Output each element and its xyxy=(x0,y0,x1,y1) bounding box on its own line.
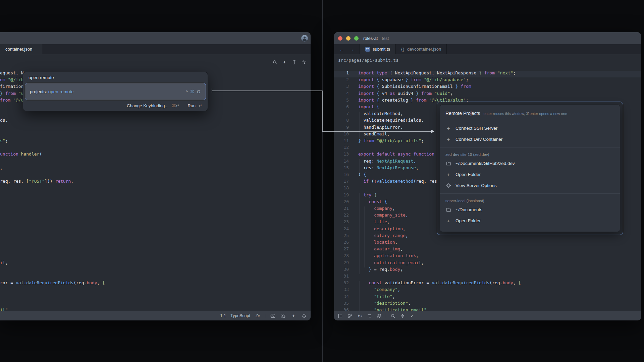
code-fragment[interactable]: ror = validateRequiredFields(req.body, [ xyxy=(0,280,105,286)
right-editor[interactable]: 1import type { NextApiRequest, NextApiRe… xyxy=(334,66,641,311)
window-subtitle[interactable]: test xyxy=(382,36,389,41)
inline-assist-icon[interactable]: ✦ xyxy=(281,59,288,65)
line-number: 34 xyxy=(334,293,349,300)
line-number: 6 xyxy=(334,104,349,110)
code-fragment[interactable]: req, res, ["POST"])) return; xyxy=(0,178,73,185)
editor-controls-icon[interactable] xyxy=(301,59,307,65)
change-keybinding-button[interactable]: Change Keybinding... xyxy=(127,103,168,108)
code-line[interactable]: 33 "company", xyxy=(334,286,641,293)
code-line[interactable]: 30 } = req.body; xyxy=(334,266,641,273)
outline-icon[interactable] xyxy=(366,313,372,319)
assistant2-icon[interactable]: ✦2 xyxy=(357,313,363,319)
zed-predict-icon[interactable]: Z» xyxy=(255,313,261,319)
line-number: 4 xyxy=(334,90,349,97)
right-status-icons: ✦2✓ xyxy=(334,313,415,319)
code-line[interactable]: 26 location, xyxy=(334,239,641,246)
panel-item-view-server-options[interactable]: View Server Options xyxy=(440,180,620,191)
zap-icon[interactable] xyxy=(399,313,406,319)
braces-icon: {} xyxy=(401,47,405,52)
palette-result-selected[interactable]: projects: open remote ^ ⌘ O xyxy=(25,83,206,100)
breadcrumb[interactable]: src/pages/api/submit.ts xyxy=(338,58,398,63)
code-line[interactable]: 27 avatar_img, xyxy=(334,246,641,252)
panel-item--documents[interactable]: ~/Documents xyxy=(440,204,620,215)
tab-label: submit.ts xyxy=(373,47,390,52)
debug-icon[interactable] xyxy=(280,313,286,319)
tab-devcontainer-json-left[interactable]: container.json xyxy=(0,44,42,54)
right-editor-window: roles-at test ← → TS submit.ts {} devcon… xyxy=(334,32,641,320)
line-number: 20 xyxy=(334,198,349,205)
right-titlebar[interactable]: roles-at test xyxy=(334,32,641,44)
back-button[interactable]: ← xyxy=(339,47,344,52)
code-fragment[interactable]: om "@/lib xyxy=(0,76,23,83)
cursor-position[interactable]: 1:1 xyxy=(220,313,226,318)
code-line[interactable]: 1import type { NextApiRequest, NextApiRe… xyxy=(334,70,641,76)
line-number: 16 xyxy=(334,171,349,178)
search-icon[interactable] xyxy=(390,313,396,319)
collab-icon[interactable] xyxy=(376,313,382,319)
code-text: } = req.body; xyxy=(358,266,403,273)
remote-projects-panel: Remote Projects enter reuses this window… xyxy=(437,102,623,235)
zoom-button[interactable] xyxy=(354,36,359,41)
project-panel-icon[interactable] xyxy=(337,313,343,319)
code-text: try { xyxy=(358,192,377,198)
code-fragment[interactable]: ds, xyxy=(0,117,8,124)
code-line[interactable]: 31 xyxy=(334,273,641,280)
left-editor-controls: ✦ xyxy=(271,59,307,65)
minimize-button[interactable] xyxy=(346,36,351,41)
plus-icon: + xyxy=(445,172,451,178)
bell-icon[interactable] xyxy=(301,313,307,319)
search-icon[interactable] xyxy=(271,59,278,65)
code-fragment[interactable]: il, xyxy=(0,259,8,266)
run-button[interactable]: Run xyxy=(187,103,196,108)
code-line[interactable]: 29 notification_email, xyxy=(334,259,641,266)
code-fragment[interactable]: } from "u xyxy=(0,90,23,97)
code-fragment[interactable]: il", xyxy=(0,307,10,311)
code-line[interactable]: 36 "notification_email", xyxy=(334,307,641,311)
line-number: 13 xyxy=(334,151,349,158)
panel-item-open-folder[interactable]: +Open Folder xyxy=(440,169,620,180)
panel-item-open-folder[interactable]: +Open Folder xyxy=(440,215,620,226)
code-fragment[interactable]: equest, N xyxy=(0,70,23,76)
code-line[interactable]: 34 "title", xyxy=(334,293,641,300)
panel-section-label: zed-dev-site-10 (zed.dev) xyxy=(440,150,620,158)
line-number: 21 xyxy=(334,205,349,212)
panel-section: zed-dev-site-10 (zed.dev)~/Documents/Git… xyxy=(440,147,620,194)
palette-query: open remote xyxy=(29,75,54,80)
panel-item-label: ~/Documents/GitHub/zed.dev xyxy=(455,161,515,166)
code-line[interactable]: 3import { SubmissionConfirmationEmail } … xyxy=(334,83,641,90)
code-fragment[interactable]: firmation xyxy=(0,83,23,90)
language-selector[interactable]: TypeScript xyxy=(230,313,250,318)
window-title[interactable]: roles-at xyxy=(363,36,378,41)
panel-item-connect-dev-container[interactable]: +Connect Dev Container xyxy=(440,134,620,145)
close-button[interactable] xyxy=(338,36,342,41)
code-fragment[interactable]: s"; xyxy=(0,137,8,144)
code-line[interactable]: 2import { supabase } from "@/lib/supabas… xyxy=(334,76,641,83)
terminal-icon[interactable] xyxy=(270,313,276,319)
code-text: notification_email, xyxy=(358,259,424,266)
avatar[interactable] xyxy=(301,35,308,42)
code-line[interactable]: 35 "description", xyxy=(334,300,641,307)
tab-devcontainer-json[interactable]: {} devcontainer.json xyxy=(396,44,447,54)
panel-item-connect-ssh-server[interactable]: +Connect SSH Server xyxy=(440,123,620,134)
panel-item--documents-github-zed-dev[interactable]: ~/Documents/GitHub/zed.dev xyxy=(440,158,620,169)
code-line[interactable]: 4import { v4 as uuidv4 } from "uuid"; xyxy=(334,90,641,97)
tab-label: container.json xyxy=(5,47,32,52)
assistant-icon[interactable]: ✦ xyxy=(290,313,297,319)
code-line[interactable]: 28 application_link, xyxy=(334,252,641,259)
cursor-icon[interactable] xyxy=(291,59,298,65)
code-text: } from "@/lib/api-utils"; xyxy=(358,137,424,144)
line-number: 25 xyxy=(334,232,349,239)
check-icon[interactable]: ✓ xyxy=(409,313,415,319)
code-line[interactable]: 32 const validationError = validateRequi… xyxy=(334,280,641,286)
forward-button[interactable]: → xyxy=(350,47,354,52)
code-text: req: NextApiRequest, xyxy=(358,158,416,165)
command-palette-input[interactable]: open remote xyxy=(23,72,208,83)
screen-divider xyxy=(322,0,323,362)
code-fragment[interactable]: from "@/u xyxy=(0,97,23,104)
code-fragment[interactable]: unction handler( xyxy=(0,151,42,158)
git-branch-icon[interactable] xyxy=(347,313,353,319)
left-titlebar[interactable] xyxy=(0,32,311,44)
tab-submit-ts[interactable]: TS submit.ts xyxy=(360,44,396,54)
code-fragment[interactable]: , xyxy=(0,165,3,171)
gear-icon xyxy=(445,183,451,189)
